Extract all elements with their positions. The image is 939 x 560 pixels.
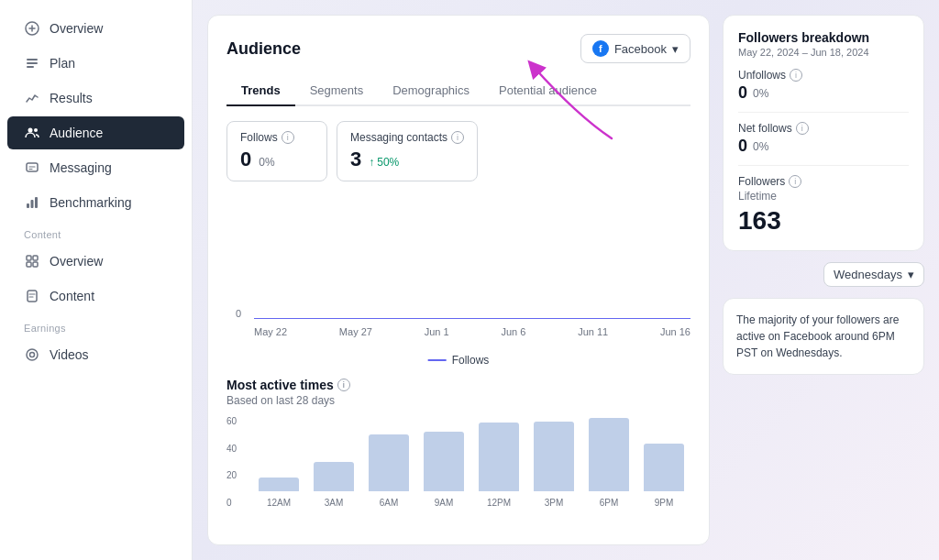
chart-x-3: Jun 6 <box>501 326 525 337</box>
bar-label-9am: 9AM <box>435 498 454 508</box>
line-chart-area: 0 May 22 May 27 Jun 1 Jun 6 Jun 11 Jun 1… <box>226 192 690 346</box>
sidebar: Overview Plan Results Audience Messaging… <box>0 0 193 560</box>
sidebar-item-benchmarking[interactable]: Benchmarking <box>7 186 184 219</box>
panel-header: Audience f Facebook ▾ <box>226 34 690 63</box>
svg-point-15 <box>27 349 38 360</box>
followers-lifetime: Lifetime <box>738 190 909 203</box>
tab-demographics[interactable]: Demographics <box>378 76 484 106</box>
bar-wrap-6pm: 6PM <box>582 418 635 508</box>
chart-x-0: May 22 <box>254 326 287 337</box>
audience-icon <box>24 125 40 141</box>
sidebar-item-messaging-label: Messaging <box>50 160 112 175</box>
sidebar-item-videos[interactable]: Videos <box>7 338 184 371</box>
day-selector-button[interactable]: Wednesdays ▾ <box>823 262 924 287</box>
active-times-section: Most active times i Based on last 28 day… <box>226 378 690 526</box>
sidebar-videos-label: Videos <box>50 347 89 362</box>
bar-12am <box>259 478 299 491</box>
bar-label-12am: 12AM <box>267 498 291 508</box>
svg-rect-9 <box>35 197 38 208</box>
day-selector-label: Wednesdays <box>834 268 902 281</box>
content-area: Audience f Facebook ▾ Trends Segments De… <box>193 0 939 560</box>
legend-follows-line <box>428 359 447 361</box>
messaging-info-icon[interactable]: i <box>451 131 464 144</box>
follows-change: 0% <box>259 156 274 169</box>
svg-rect-14 <box>28 291 37 302</box>
bar-label-6am: 6AM <box>380 498 399 508</box>
net-follows-value: 0 0% <box>738 137 909 156</box>
results-icon <box>24 90 40 106</box>
facebook-selector-button[interactable]: f Facebook ▾ <box>580 34 690 63</box>
bar-label-9pm: 9PM <box>655 498 674 508</box>
chevron-down-icon: ▾ <box>908 268 914 281</box>
unfollows-value: 0 0% <box>738 83 909 103</box>
day-selector-row: Wednesdays ▾ <box>723 262 924 287</box>
bar-label-3am: 3AM <box>325 498 344 508</box>
svg-rect-10 <box>27 256 31 260</box>
left-panel: Audience f Facebook ▾ Trends Segments De… <box>207 15 710 545</box>
bar-6am <box>369 434 409 491</box>
bar-label-12pm: 12PM <box>487 498 511 508</box>
svg-rect-12 <box>27 262 31 267</box>
tabs-row: Trends Segments Demographics Potential a… <box>226 76 690 106</box>
sidebar-content-overview-label: Overview <box>50 254 103 269</box>
svg-rect-1 <box>27 59 38 60</box>
bar-6pm <box>589 418 629 491</box>
sidebar-item-messaging[interactable]: Messaging <box>7 151 184 184</box>
tab-potential-audience[interactable]: Potential audience <box>484 76 612 106</box>
sidebar-item-overview[interactable]: Overview <box>7 12 184 45</box>
active-description-text: The majority of your followers are activ… <box>736 313 899 359</box>
tab-trends[interactable]: Trends <box>226 76 295 106</box>
chart-zero-label: 0 <box>236 308 241 319</box>
bar-9am <box>424 432 464 491</box>
content-section-label: Content <box>0 220 192 244</box>
sidebar-item-content-overview[interactable]: Overview <box>7 245 184 278</box>
active-description-card: The majority of your followers are activ… <box>723 298 924 375</box>
sidebar-item-audience-label: Audience <box>50 126 103 140</box>
svg-rect-3 <box>27 66 34 68</box>
legend-follows-label: Follows <box>452 354 490 367</box>
follows-value-row: 0 0% <box>240 148 314 171</box>
svg-point-4 <box>28 128 33 133</box>
follows-label: Follows i <box>240 131 314 144</box>
chart-x-4: Jun 11 <box>578 326 608 337</box>
messaging-metric: Messaging contacts i 3 ↑ 50% <box>337 121 478 181</box>
messaging-value-row: 3 ↑ 50% <box>350 148 464 171</box>
chevron-down-icon: ▾ <box>672 42 679 56</box>
sidebar-item-results-label: Results <box>50 91 93 105</box>
messaging-value: 3 <box>350 148 361 171</box>
active-times-title: Most active times i <box>226 378 690 392</box>
followers-info-icon[interactable]: i <box>789 175 801 188</box>
active-times-info-icon[interactable]: i <box>337 379 350 391</box>
bar-wrap-9pm: 9PM <box>637 444 690 508</box>
sidebar-item-overview-label: Overview <box>50 21 103 36</box>
breakdown-title: Followers breakdown <box>738 30 909 45</box>
sidebar-item-benchmarking-label: Benchmarking <box>50 195 132 210</box>
bar-wrap-12am: 12AM <box>252 478 305 508</box>
messaging-icon <box>24 159 40 176</box>
net-follows-info-icon[interactable]: i <box>796 122 809 135</box>
messaging-change: ↑ 50% <box>369 156 399 169</box>
messaging-label: Messaging contacts i <box>350 131 464 144</box>
svg-rect-7 <box>27 203 29 208</box>
sidebar-item-audience[interactable]: Audience <box>7 116 184 149</box>
sidebar-item-plan[interactable]: Plan <box>7 47 184 80</box>
bar-3am <box>314 462 354 491</box>
bar-wrap-6am: 6AM <box>362 434 415 508</box>
bar-wrap-3am: 3AM <box>307 462 360 508</box>
unfollows-info-icon[interactable]: i <box>790 69 802 82</box>
tab-segments[interactable]: Segments <box>295 76 379 106</box>
chart-x-5: Jun 16 <box>660 326 690 337</box>
videos-icon <box>24 346 40 363</box>
followers-breakdown-card: Followers breakdown May 22, 2024 – Jun 1… <box>723 15 924 251</box>
bar-chart-wrapper: 60 40 20 0 12AM3AM6AM9AM12PM3PM6PM9PM <box>226 416 690 526</box>
follows-info-icon[interactable]: i <box>282 131 294 144</box>
fb-button-label: Facebook <box>614 42 667 56</box>
bar-12pm <box>479 423 519 491</box>
content-icon <box>24 288 40 304</box>
breakdown-divider <box>738 112 909 113</box>
followers-value: 163 <box>738 206 909 236</box>
sidebar-item-content[interactable]: Content <box>7 280 184 313</box>
chart-x-labels: May 22 May 27 Jun 1 Jun 6 Jun 11 Jun 16 <box>254 326 690 337</box>
sidebar-item-results[interactable]: Results <box>7 82 184 115</box>
svg-rect-8 <box>31 200 34 208</box>
